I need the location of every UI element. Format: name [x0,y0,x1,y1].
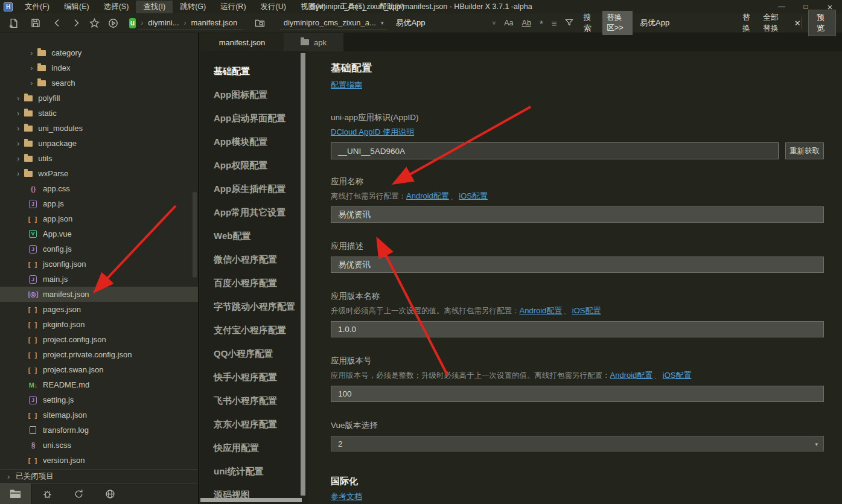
debug-tab[interactable] [31,483,63,504]
config-nav-item-App原生插件配置[interactable]: App原生插件配置 [200,177,308,201]
ios-config-link[interactable]: iOS配置 [663,371,692,380]
app-desc-input[interactable]: 易优资讯 [331,257,824,273]
tree-item-polyfill[interactable]: ›polyfill [0,91,198,106]
config-nav-item-快手小程序配置[interactable]: 快手小程序配置 [200,366,308,389]
menu-发行(U)[interactable]: 发行(U) [254,1,293,13]
tab-apk[interactable]: apk [284,33,343,51]
config-nav-item-App模块配置[interactable]: App模块配置 [200,130,308,154]
tree-item-main.js[interactable]: Jmain.js [0,272,198,287]
tree-item-category[interactable]: ›category [0,45,198,60]
menu-选择(S)[interactable]: 选择(S) [97,1,136,13]
navigate-forward-button[interactable] [70,15,83,31]
menu-查找(I)[interactable]: 查找(I) [136,1,173,13]
menu-运行(R)[interactable]: 运行(R) [213,1,253,13]
tree-item-version.json[interactable]: [ ]version.json [0,453,198,468]
tree-item-jsconfig.json[interactable]: [ ]jsconfig.json [0,257,198,272]
tree-item-project.private.config.json[interactable]: [ ]project.private.config.json [0,347,198,362]
config-nav-item-App启动界面配置[interactable]: App启动界面配置 [200,107,308,130]
i18n-doc-link[interactable]: 参考文档 [331,492,362,501]
search-scope-dropdown[interactable]: diyminipro_cms_zixun_a... ▾ [280,16,388,30]
config-nav-item-字节跳动小程序配置[interactable]: 字节跳动小程序配置 [200,295,308,319]
config-nav-horizontal-scrollbar[interactable] [200,498,302,502]
menu-文件(F)[interactable]: 文件(F) [18,1,57,13]
ios-config-link[interactable]: iOS配置 [459,191,488,200]
new-file-button[interactable] [7,15,20,31]
tree-item-app.css[interactable]: {}app.css [0,181,198,196]
config-guide-link[interactable]: 配置指南 [331,80,362,89]
android-config-link[interactable]: Android配置 [520,306,563,315]
tree-item-pages.json[interactable]: [ ]pages.json [0,302,198,317]
tree-item-uni_modules[interactable]: ›uni_modules [0,121,198,136]
config-nav-item-飞书小程序配置[interactable]: 飞书小程序配置 [200,389,308,413]
file-tree-scrollbar[interactable] [193,192,197,278]
menu-编辑(E)[interactable]: 编辑(E) [57,1,97,13]
breadcrumb-project[interactable]: diymini... [148,18,179,27]
preview-button[interactable]: 预览 [808,10,836,36]
tree-item-setting.js[interactable]: Jsetting.js [0,392,198,407]
tree-item-index[interactable]: ›index [0,60,198,75]
config-nav-vertical-scrollbar[interactable] [301,53,305,496]
tree-item-search[interactable]: ›search [0,75,198,91]
match-case-toggle[interactable]: Aa [504,19,513,27]
tree-item-utils[interactable]: ›utils [0,151,198,166]
regex-toggle[interactable]: * [540,18,543,28]
refresh-appid-button[interactable]: 重新获取 [785,142,824,159]
replace-all-button[interactable]: 全部替换 [763,12,785,34]
tree-item-unpackage[interactable]: ›unpackage [0,136,198,151]
appid-doc-link[interactable]: DCloud AppID 使用说明 [331,127,414,136]
config-nav-item-百度小程序配置[interactable]: 百度小程序配置 [200,272,308,295]
menu-跳转(G)[interactable]: 跳转(G) [173,1,213,13]
navigate-back-button[interactable] [51,15,64,31]
config-nav-item-App图标配置[interactable]: App图标配置 [200,83,308,107]
config-nav-item-京东小程序配置[interactable]: 京东小程序配置 [200,413,308,436]
sync-tab[interactable] [63,483,94,504]
vue-version-select[interactable]: 2 ▾ [331,436,824,451]
tree-item-static[interactable]: ›static [0,106,198,121]
bookmark-button[interactable] [88,15,101,31]
replace-input[interactable]: 易优App [640,18,706,28]
config-nav-item-Web配置[interactable]: Web配置 [200,225,308,248]
config-nav-item-快应用配置[interactable]: 快应用配置 [200,436,308,460]
search-history-chevron-icon[interactable]: ˅ [492,20,496,27]
tree-item-sitemap.json[interactable]: [ ]sitemap.json [0,407,198,423]
tree-item-pkginfo.json[interactable]: [ ]pkginfo.json [0,317,198,332]
search-in-folder-button[interactable] [254,15,267,31]
web-tab[interactable] [94,483,126,504]
tree-item-wxParse[interactable]: ›wxParse [0,166,198,181]
tree-item-App.vue[interactable]: VApp.vue [0,226,198,241]
filter-toggle[interactable] [565,18,573,28]
closed-projects-row[interactable]: › 已关闭项目 [0,469,198,483]
tree-item-project.config.json[interactable]: [ ]project.config.json [0,332,198,347]
run-button[interactable] [107,15,120,31]
version-name-input[interactable]: 1.0.0 [331,321,824,337]
config-nav-item-uni统计配置[interactable]: uni统计配置 [200,460,308,483]
app-name-input[interactable]: 易优资讯 [331,206,824,223]
save-button[interactable] [30,15,42,31]
ios-config-link[interactable]: iOS配置 [572,306,601,315]
version-code-input[interactable]: 100 [331,386,824,402]
tree-item-transform.log[interactable]: transform.log [0,423,198,438]
tab-manifest.json[interactable]: manifest.json [200,33,284,51]
replace-button[interactable]: 替换 [742,12,753,34]
android-config-link[interactable]: Android配置 [406,191,449,200]
minimize-button[interactable]: — [770,0,794,13]
tree-item-project.swan.json[interactable]: [ ]project.swan.json [0,362,198,377]
breadcrumb-file[interactable]: manifest.json [191,18,238,27]
close-search-button[interactable]: ✕ [794,19,801,28]
replace-zone-button[interactable]: 替换区>> [602,11,633,35]
tree-item-config.js[interactable]: Jconfig.js [0,241,198,257]
tree-item-app.json[interactable]: [ ]app.json [0,211,198,226]
search-button[interactable]: 搜索 [583,12,594,34]
config-nav-item-微信小程序配置[interactable]: 微信小程序配置 [200,248,308,272]
android-config-link[interactable]: Android配置 [610,371,653,380]
whole-word-toggle[interactable]: Ab [522,19,531,27]
tree-item-manifest.json[interactable]: [◎]manifest.json [0,287,198,302]
config-nav-item-App权限配置[interactable]: App权限配置 [200,154,308,177]
multiline-toggle[interactable]: ≡ [552,18,557,28]
config-nav-item-QQ小程序配置[interactable]: QQ小程序配置 [200,342,308,366]
appid-input[interactable]: __UNI__5AD960A [331,142,779,159]
tree-item-uni.scss[interactable]: §uni.scss [0,438,198,453]
tree-item-README.md[interactable]: M↓README.md [0,377,198,392]
config-nav-item-基础配置[interactable]: 基础配置 [200,60,308,83]
tree-item-app.js[interactable]: Japp.js [0,196,198,211]
